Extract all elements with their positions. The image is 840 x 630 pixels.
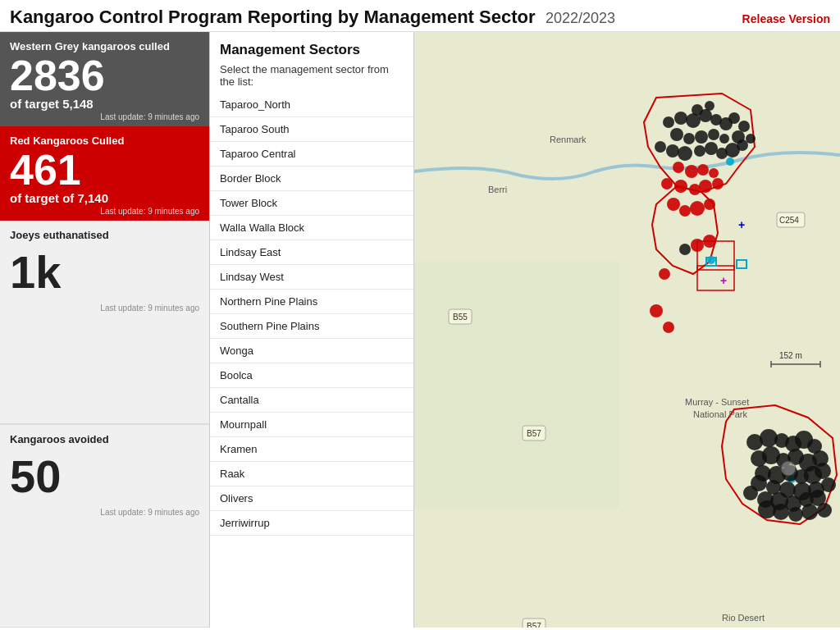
svg-point-56 [689, 184, 701, 195]
svg-point-100 [743, 486, 758, 500]
sector-item[interactable]: Jerriwirrup [210, 511, 413, 536]
joeys-block: Joeys euthanatised 1k Last update: 9 min… [0, 221, 209, 424]
svg-point-31 [728, 112, 740, 124]
svg-point-34 [670, 128, 683, 141]
svg-text:B57: B57 [527, 429, 541, 438]
svg-text:Berri: Berri [488, 185, 507, 194]
sectors-panel: Management Sectors Select the management… [209, 32, 414, 628]
svg-point-42 [666, 144, 679, 158]
svg-point-73 [659, 268, 670, 280]
red-kangaroos-target: of target of 7,140 [10, 191, 199, 205]
svg-point-25 [663, 116, 674, 128]
sectors-list[interactable]: Taparoo_NorthTaparoo SouthTaparoo Centra… [210, 93, 413, 628]
sector-item[interactable]: Walla Walla Block [210, 216, 413, 240]
svg-point-55 [674, 180, 687, 193]
svg-point-75 [663, 322, 674, 333]
svg-point-45 [705, 142, 718, 155]
svg-point-32 [692, 104, 703, 116]
svg-point-74 [650, 304, 663, 317]
svg-text:B55: B55 [453, 313, 468, 322]
svg-point-44 [694, 145, 705, 157]
svg-point-63 [726, 158, 734, 166]
sector-item[interactable]: Taparoo Central [210, 142, 413, 167]
svg-point-33 [705, 101, 714, 111]
app-title: Kangaroo Control Program Reporting by Ma… [10, 7, 536, 27]
joeys-value: 1k [10, 243, 199, 302]
svg-point-107 [801, 504, 818, 520]
sectors-title: Management Sectors [220, 42, 404, 58]
joeys-update: Last update: 9 minutes ago [10, 304, 199, 313]
svg-point-53 [709, 168, 719, 178]
sector-item[interactable]: Kramen [210, 437, 413, 462]
western-grey-update: Last update: 9 minutes ago [10, 112, 199, 121]
svg-point-36 [695, 130, 708, 144]
svg-point-49 [746, 134, 756, 144]
svg-text:B57: B57 [527, 622, 541, 628]
svg-point-61 [690, 201, 705, 216]
map-panel[interactable]: Renmark Berri B55 B57 B57 C254 Murray - … [414, 32, 840, 628]
svg-text:Rio Desert: Rio Desert [722, 613, 765, 623]
svg-point-110 [758, 500, 776, 518]
sector-item[interactable]: Southern Pine Plains [210, 314, 413, 339]
svg-point-41 [655, 141, 666, 153]
avoided-value: 50 [10, 447, 199, 506]
release-version-label: Release Version [742, 12, 830, 25]
svg-point-70 [691, 239, 704, 252]
sector-item[interactable]: Taparoo South [210, 117, 413, 142]
sector-item[interactable]: Olivers [210, 486, 413, 511]
red-kangaroos-block: Red Kangaroos Culled 461 of target of 7,… [0, 126, 209, 221]
svg-point-111 [781, 461, 796, 476]
svg-point-59 [667, 198, 680, 211]
sector-item[interactable]: Border Block [210, 167, 413, 191]
sector-item[interactable]: Taparoo_North [210, 93, 413, 117]
svg-text:+: + [720, 274, 727, 287]
svg-point-62 [704, 199, 715, 210]
western-grey-value: 2836 [10, 54, 199, 97]
red-kangaroos-update: Last update: 9 minutes ago [10, 207, 199, 216]
main-content: Western Grey kangaroos culled 2836 of ta… [0, 32, 840, 628]
svg-point-38 [719, 134, 729, 144]
svg-point-108 [788, 507, 803, 522]
svg-point-54 [661, 178, 673, 189]
avoided-update: Last update: 9 minutes ago [10, 508, 199, 517]
svg-point-50 [673, 162, 684, 173]
sector-item[interactable]: Lindsay East [210, 240, 413, 265]
avoided-label: Kangaroos avoided [10, 433, 199, 445]
svg-point-72 [703, 235, 716, 248]
svg-point-51 [685, 165, 698, 178]
sector-item[interactable]: Boolca [210, 363, 413, 388]
svg-text:C254: C254 [779, 216, 799, 225]
svg-point-60 [679, 205, 691, 217]
svg-point-87 [751, 450, 767, 467]
sectors-subtitle: Select the management sector from the li… [220, 63, 404, 88]
svg-point-37 [708, 129, 719, 140]
svg-point-43 [678, 146, 692, 161]
sector-item[interactable]: Tower Block [210, 191, 413, 216]
svg-point-26 [674, 112, 687, 125]
svg-text:152 m: 152 m [779, 351, 802, 360]
avoided-block: Kangaroos avoided 50 Last update: 9 minu… [0, 424, 209, 628]
svg-text:National Park: National Park [693, 409, 748, 419]
western-grey-block: Western Grey kangaroos culled 2836 of ta… [0, 32, 209, 126]
svg-point-57 [699, 180, 712, 193]
svg-point-35 [683, 133, 695, 144]
stats-panel: Western Grey kangaroos culled 2836 of ta… [0, 32, 209, 628]
sector-item[interactable]: Northern Pine Plains [210, 290, 413, 314]
svg-text:Renmark: Renmark [550, 135, 587, 144]
red-kangaroos-value: 461 [10, 148, 199, 191]
sector-item[interactable]: Raak [210, 462, 413, 486]
svg-point-52 [697, 164, 709, 176]
svg-text:+: + [738, 218, 745, 231]
header-year: 2022/2023 [546, 10, 615, 26]
sector-item[interactable]: Cantalla [210, 388, 413, 413]
western-grey-label: Western Grey kangaroos culled [10, 40, 199, 52]
sector-item[interactable]: Wonga [210, 339, 413, 363]
app-header: Kangaroo Control Program Reporting by Ma… [0, 0, 840, 32]
svg-point-58 [712, 178, 724, 189]
sector-item[interactable]: Mournpall [210, 413, 413, 437]
svg-point-106 [817, 503, 832, 518]
svg-point-40 [738, 121, 750, 132]
sectors-header: Management Sectors Select the management… [210, 32, 413, 93]
sector-item[interactable]: Lindsay West [210, 265, 413, 290]
svg-text:Murray - Sunset: Murray - Sunset [685, 397, 749, 407]
